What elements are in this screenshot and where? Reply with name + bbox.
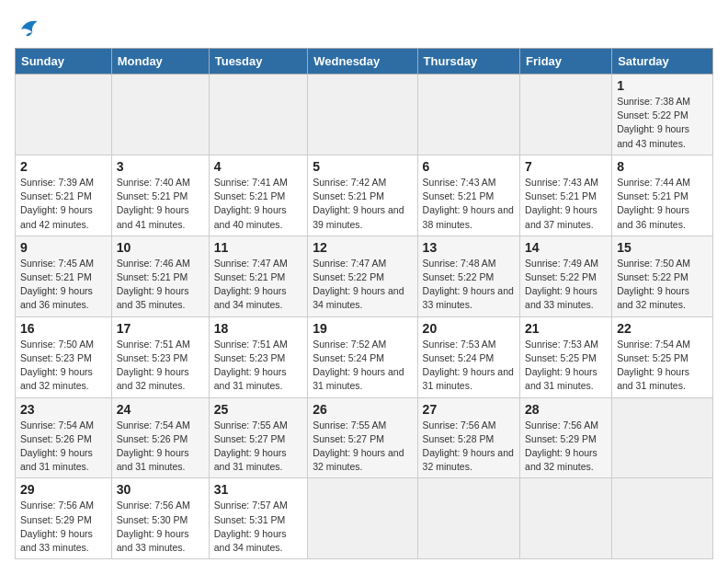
day-info: Sunrise: 7:54 AMSunset: 5:26 PMDaylight:… <box>117 419 204 475</box>
calendar-week-row: 1Sunrise: 7:38 AMSunset: 5:22 PMDaylight… <box>16 75 713 155</box>
calendar-cell: 13Sunrise: 7:48 AMSunset: 5:22 PMDayligh… <box>417 236 519 316</box>
day-info: Sunrise: 7:38 AMSunset: 5:22 PMDaylight:… <box>617 95 708 151</box>
day-info: Sunrise: 7:53 AMSunset: 5:24 PMDaylight:… <box>423 338 515 394</box>
calendar-cell: 2Sunrise: 7:39 AMSunset: 5:21 PMDaylight… <box>16 155 112 236</box>
calendar-cell <box>417 75 519 155</box>
day-info: Sunrise: 7:55 AMSunset: 5:27 PMDaylight:… <box>313 419 412 475</box>
calendar-cell: 27Sunrise: 7:56 AMSunset: 5:28 PMDayligh… <box>417 397 519 478</box>
calendar-cell: 19Sunrise: 7:52 AMSunset: 5:24 PMDayligh… <box>308 316 417 397</box>
day-number: 5 <box>313 159 412 174</box>
calendar-table: SundayMondayTuesdayWednesdayThursdayFrid… <box>15 48 713 559</box>
calendar-cell: 5Sunrise: 7:42 AMSunset: 5:21 PMDaylight… <box>308 155 417 236</box>
day-number: 3 <box>117 159 204 174</box>
day-info: Sunrise: 7:56 AMSunset: 5:28 PMDaylight:… <box>423 419 515 475</box>
day-info: Sunrise: 7:46 AMSunset: 5:21 PMDaylight:… <box>117 257 204 313</box>
day-info: Sunrise: 7:43 AMSunset: 5:21 PMDaylight:… <box>423 176 515 232</box>
day-number: 6 <box>423 159 515 174</box>
day-number: 24 <box>117 402 204 417</box>
calendar-cell: 4Sunrise: 7:41 AMSunset: 5:21 PMDaylight… <box>209 155 308 236</box>
calendar-cell: 24Sunrise: 7:54 AMSunset: 5:26 PMDayligh… <box>111 397 209 478</box>
calendar-cell: 14Sunrise: 7:49 AMSunset: 5:22 PMDayligh… <box>520 236 612 316</box>
day-number: 18 <box>214 321 303 336</box>
day-number: 15 <box>617 240 708 255</box>
day-number: 11 <box>214 240 303 255</box>
day-info: Sunrise: 7:50 AMSunset: 5:22 PMDaylight:… <box>617 257 708 313</box>
calendar-cell: 18Sunrise: 7:51 AMSunset: 5:23 PMDayligh… <box>209 316 308 397</box>
day-info: Sunrise: 7:54 AMSunset: 5:25 PMDaylight:… <box>617 338 708 394</box>
day-info: Sunrise: 7:40 AMSunset: 5:21 PMDaylight:… <box>117 176 204 232</box>
calendar-cell: 8Sunrise: 7:44 AMSunset: 5:21 PMDaylight… <box>612 155 713 236</box>
day-number: 25 <box>214 402 303 417</box>
day-number: 7 <box>525 159 607 174</box>
day-number: 28 <box>525 402 607 417</box>
day-number: 9 <box>20 240 107 255</box>
day-info: Sunrise: 7:51 AMSunset: 5:23 PMDaylight:… <box>117 338 204 394</box>
day-info: Sunrise: 7:56 AMSunset: 5:29 PMDaylight:… <box>20 499 107 555</box>
col-header-wednesday: Wednesday <box>308 49 417 75</box>
calendar-cell: 12Sunrise: 7:47 AMSunset: 5:22 PMDayligh… <box>308 236 417 316</box>
calendar-cell: 21Sunrise: 7:53 AMSunset: 5:25 PMDayligh… <box>520 316 612 397</box>
day-number: 27 <box>423 402 515 417</box>
day-info: Sunrise: 7:52 AMSunset: 5:24 PMDaylight:… <box>313 338 412 394</box>
day-number: 19 <box>313 321 412 336</box>
day-info: Sunrise: 7:53 AMSunset: 5:25 PMDaylight:… <box>525 338 607 394</box>
calendar-week-row: 29Sunrise: 7:56 AMSunset: 5:29 PMDayligh… <box>16 478 713 559</box>
calendar-cell: 6Sunrise: 7:43 AMSunset: 5:21 PMDaylight… <box>417 155 519 236</box>
calendar-cell <box>417 478 519 559</box>
calendar-cell: 29Sunrise: 7:56 AMSunset: 5:29 PMDayligh… <box>16 478 112 559</box>
day-number: 14 <box>525 240 607 255</box>
day-info: Sunrise: 7:55 AMSunset: 5:27 PMDaylight:… <box>214 419 303 475</box>
calendar-cell: 28Sunrise: 7:56 AMSunset: 5:29 PMDayligh… <box>520 397 612 478</box>
logo-icon <box>15 15 40 40</box>
day-info: Sunrise: 7:56 AMSunset: 5:30 PMDaylight:… <box>117 499 204 555</box>
day-number: 8 <box>617 159 708 174</box>
calendar-cell: 16Sunrise: 7:50 AMSunset: 5:23 PMDayligh… <box>16 316 112 397</box>
calendar-cell <box>612 478 713 559</box>
day-number: 10 <box>117 240 204 255</box>
calendar-week-row: 23Sunrise: 7:54 AMSunset: 5:26 PMDayligh… <box>16 397 713 478</box>
calendar-cell: 22Sunrise: 7:54 AMSunset: 5:25 PMDayligh… <box>612 316 713 397</box>
col-header-sunday: Sunday <box>16 49 112 75</box>
calendar-cell: 17Sunrise: 7:51 AMSunset: 5:23 PMDayligh… <box>111 316 209 397</box>
day-number: 23 <box>20 402 107 417</box>
day-info: Sunrise: 7:45 AMSunset: 5:21 PMDaylight:… <box>20 257 107 313</box>
day-info: Sunrise: 7:48 AMSunset: 5:22 PMDaylight:… <box>423 257 515 313</box>
col-header-monday: Monday <box>111 49 209 75</box>
calendar-cell <box>612 397 713 478</box>
day-number: 2 <box>20 159 107 174</box>
calendar-cell <box>16 75 112 155</box>
calendar-cell: 15Sunrise: 7:50 AMSunset: 5:22 PMDayligh… <box>612 236 713 316</box>
day-info: Sunrise: 7:47 AMSunset: 5:21 PMDaylight:… <box>214 257 303 313</box>
day-info: Sunrise: 7:50 AMSunset: 5:23 PMDaylight:… <box>20 338 107 394</box>
day-number: 13 <box>423 240 515 255</box>
day-info: Sunrise: 7:42 AMSunset: 5:21 PMDaylight:… <box>313 176 412 232</box>
day-number: 30 <box>117 482 204 497</box>
day-info: Sunrise: 7:47 AMSunset: 5:22 PMDaylight:… <box>313 257 412 313</box>
calendar-week-row: 9Sunrise: 7:45 AMSunset: 5:21 PMDaylight… <box>16 236 713 316</box>
calendar-cell <box>308 478 417 559</box>
col-header-thursday: Thursday <box>417 49 519 75</box>
day-number: 12 <box>313 240 412 255</box>
day-number: 29 <box>20 482 107 497</box>
calendar-cell: 25Sunrise: 7:55 AMSunset: 5:27 PMDayligh… <box>209 397 308 478</box>
col-header-tuesday: Tuesday <box>209 49 308 75</box>
calendar-cell <box>520 478 612 559</box>
calendar-cell <box>111 75 209 155</box>
day-info: Sunrise: 7:43 AMSunset: 5:21 PMDaylight:… <box>525 176 607 232</box>
day-info: Sunrise: 7:54 AMSunset: 5:26 PMDaylight:… <box>20 419 107 475</box>
calendar-cell <box>520 75 612 155</box>
day-number: 20 <box>423 321 515 336</box>
calendar-cell: 11Sunrise: 7:47 AMSunset: 5:21 PMDayligh… <box>209 236 308 316</box>
day-info: Sunrise: 7:56 AMSunset: 5:29 PMDaylight:… <box>525 419 607 475</box>
day-number: 16 <box>20 321 107 336</box>
day-info: Sunrise: 7:49 AMSunset: 5:22 PMDaylight:… <box>525 257 607 313</box>
day-info: Sunrise: 7:44 AMSunset: 5:21 PMDaylight:… <box>617 176 708 232</box>
calendar-week-row: 16Sunrise: 7:50 AMSunset: 5:23 PMDayligh… <box>16 316 713 397</box>
col-header-friday: Friday <box>520 49 612 75</box>
calendar-cell: 7Sunrise: 7:43 AMSunset: 5:21 PMDaylight… <box>520 155 612 236</box>
col-header-saturday: Saturday <box>612 49 713 75</box>
day-info: Sunrise: 7:39 AMSunset: 5:21 PMDaylight:… <box>20 176 107 232</box>
page-header <box>15 15 713 40</box>
calendar-cell: 23Sunrise: 7:54 AMSunset: 5:26 PMDayligh… <box>16 397 112 478</box>
day-info: Sunrise: 7:51 AMSunset: 5:23 PMDaylight:… <box>214 338 303 394</box>
